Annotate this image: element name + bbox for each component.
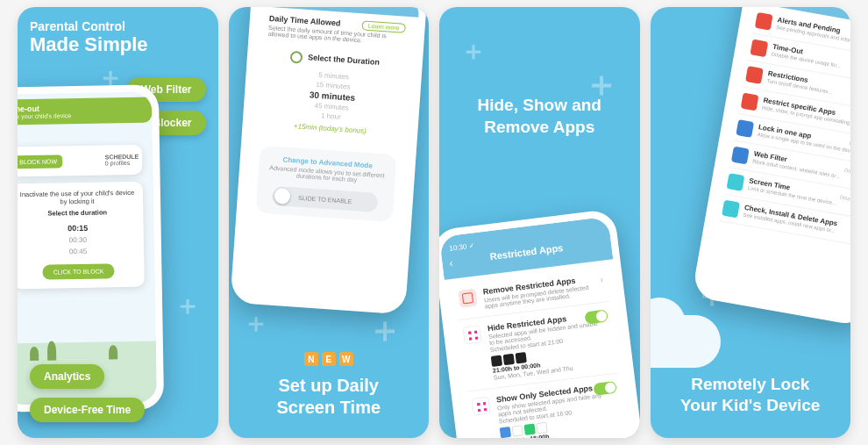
- toggle-hide-apps[interactable]: [585, 309, 609, 324]
- block-schedule-card: BLOCK NOW SCHEDULE 0 profiles: [18, 145, 143, 177]
- advanced-mode-box: Change to Advanced Mode Advanced mode al…: [255, 146, 396, 223]
- schedule-sub: 0 profiles: [105, 160, 139, 167]
- row-icon: [755, 12, 773, 31]
- slide-to-enable[interactable]: SLIDE TO ENABLE: [272, 186, 378, 212]
- select-duration-label: Select the duration: [18, 208, 138, 218]
- chevron-right-icon: ›: [600, 275, 604, 284]
- panel-screen-time: ＋ ＋ Screen Time Learn more Daily Time Al…: [229, 7, 430, 438]
- cloud-decor: [651, 315, 721, 368]
- pill-analytics[interactable]: Analytics: [30, 364, 104, 389]
- duration-card: Inactivate the use of your child's devic…: [18, 182, 145, 290]
- phone-mockup-1: Time-out Lock your child's device BLOCK …: [18, 84, 164, 412]
- headline-3: Hide, Show and Remove Apps: [439, 95, 640, 138]
- new-badge: N E W: [304, 352, 353, 366]
- row-status: Disabled: [844, 168, 850, 177]
- headline-1: Parental Control Made Simple: [30, 19, 210, 56]
- duration-wheel[interactable]: 5 minutes 15 minutes 30 minutes 45 minut…: [262, 67, 402, 126]
- pill-device-free-time[interactable]: Device-Free Time: [30, 398, 145, 422]
- click-to-block-button[interactable]: CLICK TO BLOCK: [42, 263, 114, 279]
- timeout-header: Time-out Lock your child's device: [18, 97, 153, 126]
- row-icon: [731, 147, 750, 165]
- duration-picker[interactable]: 00:15 00:30 00:45: [18, 221, 139, 258]
- headline-2: Set up Daily Screen Time: [229, 375, 430, 419]
- panel-restricted-apps: ＋ ＋ Hide, Show and Remove Apps 10:30 ✓ ‹…: [439, 7, 640, 438]
- trash-icon: [459, 289, 478, 308]
- headline-4: Remotely Lock Your Kid's Device: [651, 374, 851, 417]
- block-now-button[interactable]: BLOCK NOW: [18, 154, 62, 169]
- row-icon: [741, 93, 759, 111]
- select-duration-label: Select the Duration: [308, 53, 381, 67]
- panel-remote-lock: ＋ iDad Jeff Alerts and Pending See pendi…: [651, 7, 851, 438]
- phone-mockup-4: iDad Jeff Alerts and Pending See pending…: [692, 7, 850, 327]
- panel-parental-control: ＋ ＋ Parental Control Made Simple Web Fil…: [18, 7, 218, 438]
- row-icon: [726, 173, 744, 191]
- clock-icon: [289, 51, 302, 64]
- apps-grid-icon: [472, 397, 491, 416]
- row-icon: [736, 119, 754, 138]
- row-icon: [750, 39, 768, 57]
- slider-knob[interactable]: [274, 188, 290, 205]
- phone-mockup-2: Screen Time Learn more Daily Time Allowe…: [230, 7, 427, 315]
- row-status: Disabled: [839, 194, 850, 204]
- phone-mockup-3: 10:30 ✓ ‹ Restricted Apps Remove Restric…: [439, 209, 640, 438]
- row-icon: [722, 200, 740, 219]
- apps-grid-icon: [463, 325, 482, 344]
- lock-description: Inactivate the use of your child's devic…: [18, 189, 138, 206]
- row-icon: [745, 66, 764, 84]
- toggle-show-only[interactable]: [594, 381, 618, 396]
